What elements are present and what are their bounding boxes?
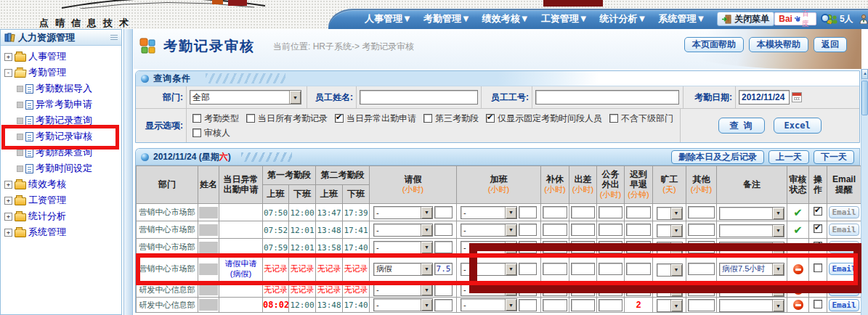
remark-select[interactable] xyxy=(719,224,784,237)
chevron-down-icon[interactable] xyxy=(289,91,301,104)
official-out-input[interactable] xyxy=(599,263,622,275)
sidebar-item-3[interactable]: 异常考勤申请 xyxy=(4,97,121,112)
leave-hours-input[interactable] xyxy=(434,224,453,236)
overtime-type-select[interactable]: - xyxy=(461,224,517,237)
official-out-input[interactable] xyxy=(599,224,622,236)
official-out-input[interactable] xyxy=(599,206,622,218)
overtime-hours-input[interactable] xyxy=(519,224,537,236)
chevron-down-icon[interactable] xyxy=(670,208,682,219)
business-trip-input[interactable] xyxy=(571,284,595,296)
excel-export-button[interactable]: Excel xyxy=(774,118,822,134)
other-hours-input[interactable] xyxy=(688,224,714,236)
chevron-down-icon[interactable] xyxy=(772,242,784,254)
late-minutes-input[interactable] xyxy=(626,241,650,253)
absence-select[interactable] xyxy=(657,207,683,220)
tree-expander-icon[interactable]: - xyxy=(4,69,12,77)
page-help-button[interactable]: 本页面帮助 xyxy=(684,37,744,52)
email-reminder-button[interactable]: Email xyxy=(829,284,859,296)
overtime-type-select[interactable]: - xyxy=(461,283,517,296)
operation-checkbox[interactable] xyxy=(814,263,822,272)
employee-name-input[interactable] xyxy=(360,90,478,105)
baidu-search-widget[interactable]: Bai 百度 xyxy=(774,12,816,25)
tree-expander-icon[interactable]: + xyxy=(4,181,12,189)
sidebar-item-6[interactable]: 考勤结果查询 xyxy=(4,144,121,160)
official-out-input[interactable] xyxy=(599,284,622,296)
close-menu-button[interactable]: 关闭菜单 xyxy=(717,12,774,26)
sidebar-item-4[interactable]: 考勤记录查询 xyxy=(4,112,121,128)
vertical-scrollbar[interactable] xyxy=(861,69,868,315)
overtime-hours-input[interactable] xyxy=(519,206,537,218)
chevron-down-icon[interactable] xyxy=(421,242,432,253)
chevron-down-icon[interactable] xyxy=(772,300,784,311)
operation-checkbox[interactable] xyxy=(814,285,822,293)
other-hours-input[interactable] xyxy=(688,206,714,218)
query-option-2[interactable]: 当日异常出勤申请 xyxy=(335,112,416,125)
sidebar-item-0[interactable]: +人事管理 xyxy=(4,49,121,65)
comp-leave-input[interactable] xyxy=(543,206,567,218)
sidebar-item-1[interactable]: -考勤管理 xyxy=(4,65,121,81)
leave-hours-input[interactable] xyxy=(434,241,453,253)
dept-select[interactable]: 全部 xyxy=(190,90,301,105)
email-reminder-button[interactable]: Email xyxy=(829,241,859,253)
sidebar-collapse-icon[interactable] xyxy=(110,35,118,41)
official-out-input[interactable] xyxy=(599,299,622,311)
leave-hours-input[interactable] xyxy=(434,206,453,218)
query-option-1[interactable]: 当日所有考勤记录 xyxy=(246,112,328,125)
sidebar-item-10[interactable]: +统计分析 xyxy=(4,208,121,224)
checkbox[interactable] xyxy=(423,114,432,123)
checkbox[interactable] xyxy=(609,114,618,123)
remark-select[interactable] xyxy=(719,299,784,312)
menu-item-4[interactable]: 统计分析▼ xyxy=(594,12,653,25)
menu-item-5[interactable]: 系统管理▼ xyxy=(652,12,711,25)
overtime-type-select[interactable]: - xyxy=(461,241,517,254)
sidebar-item-5[interactable]: 考勤记录审核 xyxy=(4,128,121,144)
other-hours-input[interactable] xyxy=(688,299,714,311)
remark-select[interactable] xyxy=(719,207,784,220)
overtime-type-select[interactable]: - xyxy=(461,263,517,276)
menu-item-2[interactable]: 绩效考核▼ xyxy=(476,12,535,25)
checkbox[interactable] xyxy=(486,114,495,123)
checkbox[interactable] xyxy=(335,114,344,123)
chevron-down-icon[interactable] xyxy=(772,225,784,237)
overtime-hours-input[interactable] xyxy=(519,241,537,253)
operation-checkbox[interactable] xyxy=(814,224,822,233)
absence-select[interactable] xyxy=(657,242,683,255)
sidebar-item-11[interactable]: +系统管理 xyxy=(4,224,121,240)
other-hours-input[interactable] xyxy=(688,241,714,253)
business-trip-input[interactable] xyxy=(571,224,595,236)
search-button[interactable]: 查 询 xyxy=(718,118,764,134)
late-minutes-input[interactable] xyxy=(626,206,650,218)
absence-select[interactable] xyxy=(657,299,683,312)
query-option-4[interactable]: 仅显示固定考勤时间段人员 xyxy=(486,112,602,125)
absence-select[interactable] xyxy=(657,284,683,297)
leave-type-select[interactable]: - xyxy=(373,241,433,254)
query-option-3[interactable]: 第三考勤段 xyxy=(423,112,479,125)
sidebar-splitter[interactable] xyxy=(123,29,133,315)
comp-leave-input[interactable] xyxy=(543,224,567,236)
overtime-hours-input[interactable] xyxy=(519,263,537,275)
absence-select[interactable] xyxy=(657,263,683,277)
module-help-button[interactable]: 本模块帮助 xyxy=(749,37,808,52)
leave-type-select[interactable]: - xyxy=(373,298,433,311)
sidebar-item-8[interactable]: +绩效考核 xyxy=(4,176,121,192)
employee-id-input[interactable] xyxy=(535,90,679,105)
remark-select[interactable]: 病假7.5小时 xyxy=(719,263,784,276)
comp-leave-input[interactable] xyxy=(543,241,567,253)
delete-records-button[interactable]: 删除本日及之后记录 xyxy=(671,150,764,164)
tree-expander-icon[interactable]: + xyxy=(4,229,12,237)
chevron-down-icon[interactable] xyxy=(505,224,516,236)
chevron-down-icon[interactable] xyxy=(505,299,516,311)
tree-expander-icon[interactable]: + xyxy=(4,53,12,61)
next-day-button[interactable]: 下一天 xyxy=(814,150,854,164)
other-hours-input[interactable] xyxy=(688,263,714,275)
chevron-down-icon[interactable] xyxy=(670,225,682,237)
chevron-down-icon[interactable] xyxy=(421,224,432,236)
checkbox[interactable] xyxy=(192,128,201,137)
business-trip-input[interactable] xyxy=(571,299,595,311)
remark-select[interactable] xyxy=(719,242,784,255)
email-reminder-button[interactable]: Email xyxy=(829,206,859,218)
business-trip-input[interactable] xyxy=(571,263,595,275)
overtime-hours-input[interactable] xyxy=(519,284,537,296)
scrollbar-thumb[interactable] xyxy=(861,81,868,115)
chevron-down-icon[interactable] xyxy=(421,207,432,218)
